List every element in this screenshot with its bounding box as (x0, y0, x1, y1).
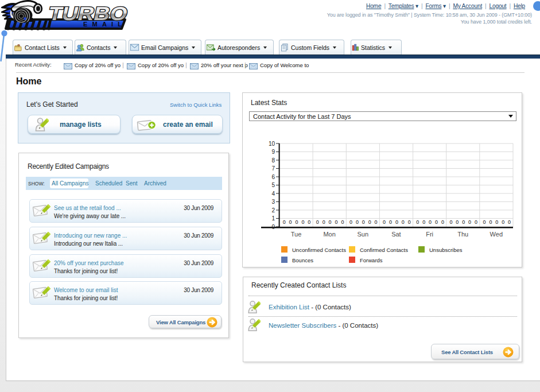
svg-text:TURBO: TURBO (46, 3, 130, 24)
svg-text:4: 4 (271, 191, 275, 197)
svg-text:0: 0 (408, 219, 411, 225)
svg-text:Wed: Wed (490, 231, 503, 238)
svg-text:0: 0 (283, 219, 286, 225)
svg-text:0: 0 (416, 219, 419, 225)
svg-text:0: 0 (429, 219, 432, 225)
svg-text:10: 10 (269, 141, 275, 147)
svg-text:7: 7 (271, 165, 275, 172)
svg-text:Tue: Tue (291, 231, 302, 238)
svg-text:0: 0 (323, 219, 325, 225)
svg-text:0: 0 (508, 219, 511, 225)
svg-text:0: 0 (383, 219, 386, 225)
svg-text:0: 0 (349, 219, 352, 225)
svg-text:0: 0 (335, 219, 337, 225)
svg-text:0: 0 (271, 224, 275, 230)
svg-text:0: 0 (502, 219, 504, 225)
svg-text:3: 3 (271, 199, 275, 205)
svg-text:0: 0 (456, 219, 459, 225)
svg-text:0: 0 (316, 219, 319, 225)
svg-text:0: 0 (468, 219, 471, 225)
svg-text:0: 0 (368, 219, 371, 225)
svg-text:0: 0 (341, 219, 344, 225)
svg-text:1: 1 (271, 215, 275, 222)
svg-text:6: 6 (271, 174, 275, 180)
svg-text:0: 0 (422, 219, 425, 225)
svg-text:0: 0 (495, 219, 498, 225)
svg-text:5: 5 (271, 182, 275, 188)
svg-text:0: 0 (389, 219, 392, 225)
svg-text:9: 9 (271, 149, 275, 155)
svg-text:Sat: Sat (391, 231, 401, 238)
svg-text:0: 0 (301, 219, 304, 225)
svg-text:Fri: Fri (426, 231, 433, 238)
svg-text:0: 0 (489, 219, 492, 225)
svg-text:0: 0 (483, 219, 485, 225)
svg-text:0: 0 (289, 219, 292, 225)
svg-text:Sun: Sun (358, 231, 369, 238)
svg-text:0: 0 (402, 219, 405, 225)
svg-text:0: 0 (449, 219, 452, 225)
svg-text:0: 0 (475, 219, 477, 225)
svg-text:0: 0 (375, 219, 378, 225)
svg-text:Thu: Thu (457, 231, 468, 238)
svg-text:0: 0 (356, 219, 359, 225)
svg-text:0: 0 (362, 219, 365, 225)
svg-text:2: 2 (271, 207, 275, 214)
svg-text:0: 0 (395, 219, 398, 225)
svg-text:0: 0 (462, 219, 465, 225)
svg-text:0: 0 (435, 219, 438, 225)
svg-text:0: 0 (308, 219, 310, 225)
svg-text:0: 0 (329, 219, 332, 225)
svg-text:0: 0 (441, 219, 444, 225)
svg-text:Mon: Mon (323, 231, 335, 238)
svg-text:8: 8 (271, 157, 275, 164)
svg-text:0: 0 (295, 219, 298, 225)
